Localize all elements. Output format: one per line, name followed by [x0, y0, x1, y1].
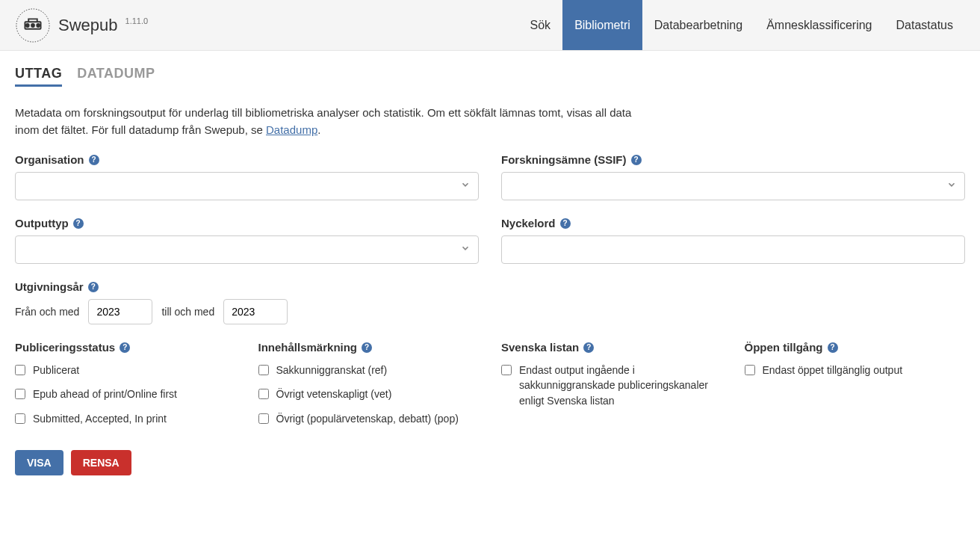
- checkbox-submitted[interactable]: [15, 413, 25, 424]
- version: 1.11.0: [125, 16, 149, 25]
- header: Swepub 1.11.0 Sök Bibliometri Databearbe…: [0, 0, 980, 51]
- checkbox-svenska-listan[interactable]: [501, 365, 512, 375]
- check-vet[interactable]: Övrigt vetenskapligt (vet): [258, 386, 480, 401]
- rensa-button[interactable]: RENSA: [71, 450, 131, 475]
- check-label: Endast öppet tillgänglig output: [763, 363, 903, 378]
- help-icon[interactable]: ?: [583, 342, 594, 353]
- description: Metadata om forskningsoutput för underla…: [15, 105, 650, 138]
- kb-logo: [15, 7, 51, 43]
- svg-point-3: [31, 24, 34, 27]
- check-label: Endast output ingående i sakkunniggransk…: [519, 363, 722, 408]
- check-svenska-listan[interactable]: Endast output ingående i sakkunniggransk…: [501, 363, 722, 408]
- svg-point-2: [26, 24, 29, 27]
- nyckelord-input[interactable]: [501, 235, 965, 264]
- check-label: Submitted, Accepted, In print: [33, 411, 167, 426]
- chevron-down-icon: [946, 179, 957, 193]
- publiceringsstatus-label: Publiceringsstatus: [15, 341, 115, 354]
- visa-button[interactable]: VISA: [15, 450, 63, 475]
- nav-amnesklassificering[interactable]: Ämnesklassificering: [754, 0, 884, 50]
- year-from-label: Från och med: [15, 306, 79, 318]
- description-text-after: .: [317, 123, 320, 136]
- nav-databearbetning[interactable]: Databearbetning: [642, 0, 754, 50]
- help-icon[interactable]: ?: [362, 342, 372, 353]
- check-label: Epub ahead of print/Online first: [33, 386, 177, 401]
- help-icon[interactable]: ?: [89, 155, 99, 165]
- ssif-label: Forskningsämne (SSIF): [501, 153, 627, 166]
- buttons-row: VISA RENSA: [15, 450, 965, 475]
- organisation-select[interactable]: [15, 172, 479, 200]
- nav-sok[interactable]: Sök: [518, 0, 563, 50]
- check-label: Övrigt vetenskapligt (vet): [276, 386, 392, 401]
- nyckelord-label: Nyckelord: [501, 217, 556, 229]
- check-pop[interactable]: Övrigt (populärvetenskap, debatt) (pop): [258, 411, 480, 426]
- checkbox-oppen-tillgang[interactable]: [745, 365, 755, 375]
- checkbox-ref[interactable]: [258, 365, 269, 375]
- chevron-down-icon: [460, 179, 471, 193]
- nav: Sök Bibliometri Databearbetning Ämneskla…: [518, 0, 965, 50]
- checkbox-pop[interactable]: [258, 413, 269, 424]
- help-icon[interactable]: ?: [88, 282, 99, 292]
- year-to-input[interactable]: [223, 299, 288, 324]
- check-publicerat[interactable]: Publicerat: [15, 363, 236, 378]
- tab-uttag[interactable]: UTTAG: [15, 66, 62, 87]
- outputtyp-label: Outputtyp: [15, 217, 69, 229]
- year-to-label: till och med: [161, 306, 214, 318]
- organisation-label: Organisation: [15, 153, 84, 166]
- check-epub[interactable]: Epub ahead of print/Online first: [15, 386, 236, 401]
- check-oppen-tillgang[interactable]: Endast öppet tillgänglig output: [745, 363, 966, 378]
- check-submitted[interactable]: Submitted, Accepted, In print: [15, 411, 236, 426]
- checkbox-vet[interactable]: [258, 389, 269, 399]
- help-icon[interactable]: ?: [73, 218, 84, 229]
- help-icon[interactable]: ?: [560, 218, 571, 229]
- header-left: Swepub 1.11.0: [15, 7, 148, 43]
- utgivningsar-label: Utgivningsår: [15, 280, 84, 293]
- ssif-select[interactable]: [501, 172, 965, 200]
- help-icon[interactable]: ?: [631, 155, 642, 165]
- nav-bibliometri[interactable]: Bibliometri: [562, 0, 642, 50]
- help-icon[interactable]: ?: [120, 342, 130, 353]
- svenska-listan-label: Svenska listan: [501, 341, 579, 354]
- check-label: Sakkunniggranskat (ref): [276, 363, 388, 378]
- chevron-down-icon: [460, 243, 471, 256]
- check-label: Publicerat: [33, 363, 79, 378]
- checkbox-epub[interactable]: [15, 389, 25, 399]
- year-row: Från och med till och med: [15, 299, 479, 324]
- brand-name: Swepub: [58, 16, 118, 35]
- svg-point-4: [37, 24, 40, 27]
- datadump-link[interactable]: Datadump: [266, 123, 317, 136]
- check-label: Övrigt (populärvetenskap, debatt) (pop): [276, 411, 459, 426]
- oppen-tillgang-label: Öppen tillgång: [745, 341, 823, 354]
- check-ref[interactable]: Sakkunniggranskat (ref): [258, 363, 480, 378]
- help-icon[interactable]: ?: [828, 342, 838, 353]
- year-from-input[interactable]: [88, 299, 152, 324]
- nav-datastatus[interactable]: Datastatus: [884, 0, 965, 50]
- description-text-before: Metadata om forskningsoutput för underla…: [15, 106, 631, 136]
- outputtyp-select[interactable]: [15, 235, 479, 264]
- main: UTTAG DATADUMP Metadata om forskningsout…: [0, 51, 980, 490]
- innehallsmarkning-label: Innehållsmärkning: [258, 341, 358, 354]
- checkbox-publicerat[interactable]: [15, 365, 25, 375]
- tabs: UTTAG DATADUMP: [15, 66, 965, 87]
- tab-datadump[interactable]: DATADUMP: [77, 66, 155, 87]
